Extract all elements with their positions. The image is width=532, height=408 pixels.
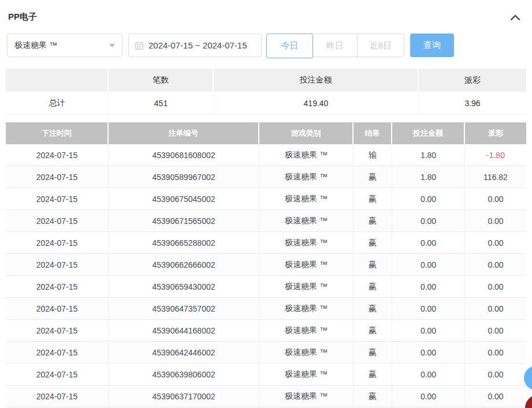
cell-bet-time: 2024-07-15 <box>6 364 109 385</box>
cell-bet-time: 2024-07-15 <box>6 210 109 232</box>
table-row: 2024-07-15 45390681608002 极速糖果 ™ 输 1.80 … <box>6 144 526 166</box>
date-range-input[interactable]: 2024-07-15 ~ 2024-07-15 <box>128 33 262 57</box>
bet-records-table: 下注时间 注单编号 游戏类别 结果 投注金额 派彩 2024-07-15 453… <box>6 122 526 407</box>
summary-header-blank <box>6 69 109 92</box>
page-title: PP电子 <box>8 12 37 23</box>
detail-header-row: 下注时间 注单编号 游戏类别 结果 投注金额 派彩 <box>6 122 526 144</box>
cell-payout: 0.00 <box>465 364 526 385</box>
cell-game-category: 极速糖果 ™ <box>259 188 354 210</box>
summary-total-label: 总计 <box>6 92 109 115</box>
summary-total-payout: 3.96 <box>419 92 526 115</box>
cell-result: 赢 <box>354 188 392 210</box>
cell-payout: 0.00 <box>465 188 526 210</box>
cell-result: 赢 <box>354 232 392 254</box>
cell-bet-time: 2024-07-15 <box>6 188 109 210</box>
cell-bet-time: 2024-07-15 <box>6 144 109 166</box>
cell-bet-time: 2024-07-15 <box>6 320 109 342</box>
calendar-icon <box>135 41 144 50</box>
date-quick-filter-group: 今日 昨日 近8日 <box>266 33 404 57</box>
cell-bet-id: 45390675045002 <box>109 188 259 210</box>
summary-header-bet-amount: 投注金额 <box>214 69 419 92</box>
cell-payout: 0.00 <box>465 385 526 407</box>
cell-game-category: 极速糖果 ™ <box>259 232 354 254</box>
table-row: 2024-07-15 45390642446002 极速糖果 ™ 赢 0.00 … <box>6 342 526 364</box>
cell-payout: 0.00 <box>465 298 526 320</box>
detail-header-bet-id: 注单编号 <box>109 122 259 144</box>
cell-game-category: 极速糖果 ™ <box>259 364 354 385</box>
cell-bet-id: 45390681608002 <box>109 144 259 166</box>
cell-bet-time: 2024-07-15 <box>6 232 109 254</box>
table-row: 2024-07-15 45390589967002 极速糖果 ™ 赢 1.80 … <box>6 166 526 188</box>
cell-bet-amount: 0.00 <box>392 342 465 364</box>
summary-total-row: 总计 451 419.40 3.96 <box>6 92 526 115</box>
cell-bet-amount: 0.00 <box>392 298 465 320</box>
cell-result: 赢 <box>354 166 392 188</box>
cell-result: 赢 <box>354 276 392 298</box>
cell-result: 赢 <box>354 342 392 364</box>
collapse-button[interactable] <box>508 12 522 23</box>
table-row: 2024-07-15 45390647357002 极速糖果 ™ 赢 0.00 … <box>6 298 526 320</box>
cell-payout: 0.00 <box>465 320 526 342</box>
summary-header-payout: 派彩 <box>419 69 526 92</box>
cell-bet-time: 2024-07-15 <box>6 385 109 407</box>
cell-bet-time: 2024-07-15 <box>6 276 109 298</box>
cell-bet-id: 45390637170002 <box>109 385 259 407</box>
cell-bet-amount: 0.00 <box>392 188 465 210</box>
cell-result: 赢 <box>354 364 392 385</box>
cell-payout: 116.82 <box>465 166 526 188</box>
cell-bet-amount: 1.80 <box>392 166 465 188</box>
cell-payout: 0.00 <box>465 232 526 254</box>
game-select-value: 极速糖果 ™ <box>14 40 57 51</box>
pp-electronic-panel: PP电子 极速糖果 ™ 2024-07-15 ~ 2024-0 <box>0 0 532 408</box>
cell-bet-id: 45390647357002 <box>109 298 259 320</box>
date-range-value: 2024-07-15 ~ 2024-07-15 <box>148 40 247 50</box>
cell-bet-id: 45390662666002 <box>109 254 259 276</box>
cell-game-category: 极速糖果 ™ <box>259 210 354 232</box>
cell-bet-id: 45390639806002 <box>109 364 259 385</box>
cell-bet-id: 45390589967002 <box>109 166 259 188</box>
table-row: 2024-07-15 45390639806002 极速糖果 ™ 赢 0.00 … <box>6 364 526 385</box>
cell-bet-amount: 0.00 <box>392 385 465 407</box>
detail-header-game-category: 游戏类别 <box>259 122 354 144</box>
search-button[interactable]: 查询 <box>410 33 454 57</box>
cell-result: 赢 <box>354 210 392 232</box>
cell-game-category: 极速糖果 ™ <box>259 166 354 188</box>
cell-bet-amount: 0.00 <box>392 254 465 276</box>
today-button[interactable]: 今日 <box>266 33 313 58</box>
cell-payout: 0.00 <box>465 342 526 364</box>
game-select[interactable]: 极速糖果 ™ <box>7 33 122 57</box>
cell-result: 赢 <box>354 385 392 407</box>
cell-result: 赢 <box>354 320 392 342</box>
cell-bet-id: 45390659430002 <box>109 276 259 298</box>
summary-table: 笔数 投注金额 派彩 总计 451 419.40 3.96 <box>6 69 526 115</box>
cell-game-category: 极速糖果 ™ <box>259 342 354 364</box>
cell-bet-time: 2024-07-15 <box>6 254 109 276</box>
cell-bet-id: 45390671565002 <box>109 210 259 232</box>
cell-payout: 0.00 <box>465 276 526 298</box>
table-row: 2024-07-15 45390644168002 极速糖果 ™ 赢 0.00 … <box>6 320 526 342</box>
last-8-days-button[interactable]: 近8日 <box>357 34 404 58</box>
cell-bet-amount: 0.00 <box>392 232 465 254</box>
cell-game-category: 极速糖果 ™ <box>259 144 354 166</box>
summary-header-row: 笔数 投注金额 派彩 <box>6 69 526 92</box>
table-row: 2024-07-15 45390665288002 极速糖果 ™ 赢 0.00 … <box>6 232 526 254</box>
cell-bet-id: 45390642446002 <box>109 342 259 364</box>
summary-header-count: 笔数 <box>109 69 214 92</box>
cell-bet-amount: 0.00 <box>392 364 465 385</box>
cell-game-category: 极速糖果 ™ <box>259 254 354 276</box>
cell-bet-amount: 0.00 <box>392 210 465 232</box>
yesterday-button[interactable]: 昨日 <box>313 34 357 58</box>
cell-bet-amount: 0.00 <box>392 276 465 298</box>
detail-header-payout: 派彩 <box>465 122 526 144</box>
cell-bet-id: 45390665288002 <box>109 232 259 254</box>
summary-total-count: 451 <box>109 92 214 115</box>
cell-bet-id: 45390644168002 <box>109 320 259 342</box>
table-row: 2024-07-15 45390671565002 极速糖果 ™ 赢 0.00 … <box>6 210 526 232</box>
cell-result: 赢 <box>354 298 392 320</box>
summary-total-bet-amount: 419.40 <box>214 92 419 115</box>
cell-game-category: 极速糖果 ™ <box>259 320 354 342</box>
cell-bet-amount: 1.80 <box>392 144 465 166</box>
detail-header-bet-time: 下注时间 <box>6 122 109 144</box>
cell-payout: -1.80 <box>465 144 526 166</box>
cell-game-category: 极速糖果 ™ <box>259 385 354 407</box>
